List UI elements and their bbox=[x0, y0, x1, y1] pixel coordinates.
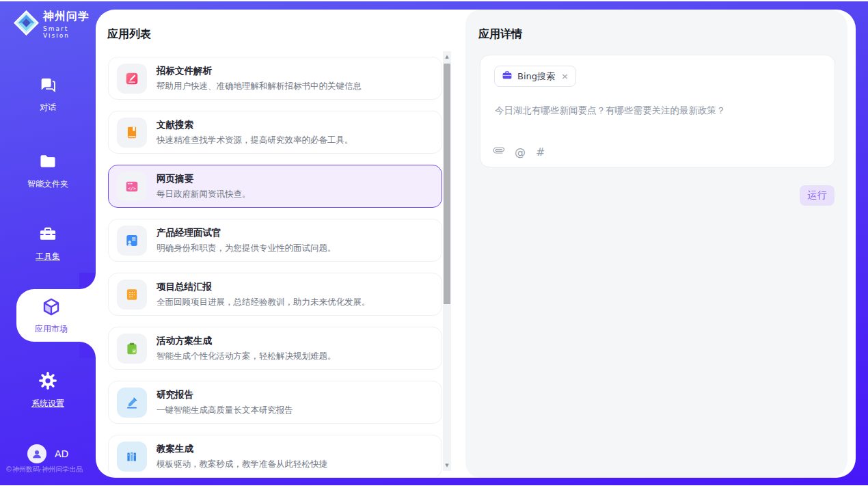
app-name: 产品经理面试官 bbox=[157, 227, 336, 239]
hash-icon[interactable]: # bbox=[536, 146, 545, 159]
research-icon bbox=[117, 388, 147, 418]
user-account[interactable]: AD bbox=[27, 444, 68, 463]
sidebar-item-settings[interactable]: 系统设置 bbox=[0, 371, 96, 409]
memo-icon bbox=[117, 280, 147, 310]
prompt-card: Bing搜索 × 今日湖北有哪些新闻要点？有哪些需要关注的最新政策？ @ # bbox=[480, 55, 835, 167]
active-pill-fillet-bottom bbox=[79, 342, 96, 358]
user-name: AD bbox=[55, 448, 68, 459]
app-desc: 快速精准查找学术资源，提高研究效率的必备工具。 bbox=[157, 135, 353, 146]
sidebar-item-label: 智能文件夹 bbox=[27, 178, 68, 190]
books-icon bbox=[117, 442, 147, 472]
sidebar-item-toolset[interactable]: 工具集 bbox=[0, 224, 96, 262]
query-input[interactable]: 今日湖北有哪些新闻要点？有哪些需要关注的最新政策？ bbox=[495, 103, 821, 117]
app-name: 活动方案生成 bbox=[157, 335, 336, 347]
interviewer-icon bbox=[117, 226, 147, 256]
run-button[interactable]: 运行 bbox=[800, 185, 835, 206]
clipboard-icon bbox=[117, 334, 147, 364]
app-name: 招标文件解析 bbox=[157, 65, 362, 77]
app-card-pm-interviewer[interactable]: 产品经理面试官 明确身份和职责，为您提供专业性的面试问题。 bbox=[108, 219, 442, 262]
app-list-scrollbar[interactable]: ▲ ▼ bbox=[443, 51, 451, 471]
sidebar-item-smart-folder[interactable]: 智能文件夹 bbox=[0, 152, 96, 190]
briefcase-icon bbox=[502, 70, 513, 83]
attachment-toolbar: @ # bbox=[493, 145, 545, 159]
app-name: 研究报告 bbox=[157, 389, 293, 401]
app-card-event-plan[interactable]: 活动方案生成 智能生成个性化活动方案，轻松解决规划难题。 bbox=[108, 327, 442, 370]
app-card-web-summary[interactable]: </> 网页摘要 每日政府新闻资讯快查。 bbox=[108, 165, 442, 208]
app-desc: 一键智能生成高质量长文本研究报告 bbox=[157, 405, 293, 416]
sidebar-item-label: 对话 bbox=[40, 102, 56, 113]
app-list-title: 应用列表 bbox=[107, 27, 151, 42]
svg-text:</>: </> bbox=[128, 185, 136, 191]
folder-icon bbox=[38, 152, 57, 174]
active-pill-fillet-top bbox=[79, 273, 96, 289]
app-card-research-report[interactable]: 研究报告 一键智能生成高质量长文本研究报告 bbox=[108, 381, 442, 424]
webpage-icon: </> bbox=[117, 172, 147, 202]
sidebar-item-app-market[interactable]: 应用市场 bbox=[16, 289, 96, 342]
sidebar-item-label: 应用市场 bbox=[35, 323, 68, 335]
toolbox-icon bbox=[38, 224, 57, 246]
chat-icon bbox=[38, 75, 57, 97]
tool-tag-bing-search[interactable]: Bing搜索 × bbox=[494, 66, 576, 87]
sidebar-item-chat[interactable]: 对话 bbox=[0, 75, 96, 113]
sidebar-item-label: 工具集 bbox=[36, 251, 60, 262]
app-desc: 全面回顾项目进展，总结经验教训，助力未来优化发展。 bbox=[157, 297, 370, 308]
app-list: 招标文件解析 帮助用户快速、准确地理解和解析招标书中的关键信息 文献搜索 快速精… bbox=[108, 57, 442, 476]
cube-icon bbox=[41, 297, 62, 320]
app-card-bid-parse[interactable]: 招标文件解析 帮助用户快速、准确地理解和解析招标书中的关键信息 bbox=[108, 57, 442, 100]
app-desc: 帮助用户快速、准确地理解和解析招标书中的关键信息 bbox=[157, 81, 362, 92]
app-card-lesson-plan[interactable]: 教案生成 模板驱动，教案秒成，教学准备从此轻松快捷 bbox=[108, 435, 442, 476]
copyright-footer: ©神州数码·神州问学出品 bbox=[5, 465, 94, 474]
app-name: 网页摘要 bbox=[157, 173, 251, 185]
gem-logo-icon bbox=[14, 10, 39, 38]
scrollbar-thumb[interactable] bbox=[444, 64, 450, 304]
tool-tag-label: Bing搜索 bbox=[517, 70, 555, 83]
paperclip-icon[interactable] bbox=[493, 145, 504, 159]
brand-tagline: Smart Vision bbox=[43, 25, 96, 39]
book-icon bbox=[117, 118, 147, 148]
brand-name: 神州问学 bbox=[43, 10, 96, 24]
app-card-project-summary[interactable]: 项目总结汇报 全面回顾项目进展，总结经验教训，助力未来优化发展。 bbox=[108, 273, 442, 316]
scroll-down-icon[interactable]: ▼ bbox=[445, 460, 448, 471]
app-card-literature-search[interactable]: 文献搜索 快速精准查找学术资源，提高研究效率的必备工具。 bbox=[108, 111, 442, 154]
scroll-up-icon[interactable]: ▲ bbox=[445, 51, 448, 62]
brand-logo: 神州问学 Smart Vision bbox=[14, 10, 96, 39]
sidebar: 神州问学 Smart Vision 对话 智能文件夹 bbox=[0, 1, 96, 485]
sidebar-item-label: 系统设置 bbox=[31, 398, 64, 409]
app-detail-pane: 应用详情 Bing搜索 × 今日湖北有哪些新闻要点？有哪些需要关注的最新政策？ bbox=[465, 10, 847, 478]
app-desc: 每日政府新闻资讯快查。 bbox=[157, 189, 251, 200]
avatar bbox=[27, 444, 46, 463]
app-name: 文献搜索 bbox=[157, 119, 353, 131]
app-desc: 智能生成个性化活动方案，轻松解决规划难题。 bbox=[157, 351, 336, 362]
app-name: 项目总结汇报 bbox=[157, 281, 370, 293]
mention-icon[interactable]: @ bbox=[515, 146, 526, 159]
app-name: 教案生成 bbox=[157, 443, 327, 455]
gear-icon bbox=[38, 371, 57, 393]
app-desc: 模板驱动，教案秒成，教学准备从此轻松快捷 bbox=[157, 459, 327, 470]
close-icon[interactable]: × bbox=[561, 71, 569, 81]
bid-doc-icon bbox=[117, 64, 147, 94]
app-desc: 明确身份和职责，为您提供专业性的面试问题。 bbox=[157, 243, 336, 254]
app-detail-title: 应用详情 bbox=[478, 27, 522, 42]
main-panel: 应用列表 招标文件解析 帮助用户快速、准确地理解和解析招标书中的关键信息 bbox=[96, 10, 856, 478]
